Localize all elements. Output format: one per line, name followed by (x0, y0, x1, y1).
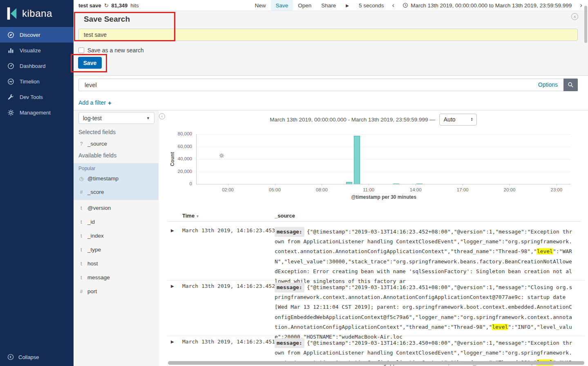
discover-icon (7, 31, 14, 38)
chevron-up-icon: ∧ (573, 15, 576, 19)
add-filter-link[interactable]: Add a filter (78, 99, 106, 106)
column-header-source: _source (275, 213, 295, 219)
vertical-scrollbar[interactable] (584, 6, 587, 43)
query-options-link[interactable]: Options (538, 81, 558, 88)
string-field-icon: t (78, 261, 84, 267)
available-fields-label: Available fields (78, 152, 116, 159)
x-tick-label: 23:00 (548, 187, 565, 192)
row-source: message:{"@timestamp":"2019-03-13T14:16:… (275, 227, 573, 286)
refresh-icon[interactable]: ↻ (104, 2, 109, 9)
field-item-score[interactable]: # _score (78, 189, 104, 195)
table-row: ▶ March 13th 2019, 14:16:23.453 message:… (168, 226, 584, 281)
index-pattern-select[interactable]: log-test ▼ (78, 112, 154, 124)
column-header-time[interactable]: Time▼ (182, 213, 199, 219)
timelion-icon (7, 78, 14, 85)
index-pattern-value: log-test (83, 115, 102, 121)
open-button[interactable]: Open (293, 0, 316, 11)
search-submit-button[interactable] (563, 79, 578, 91)
field-item-message[interactable]: t message (78, 274, 110, 281)
kibana-discover-page: kibana Discover Visualize Dashboard Time… (0, 0, 588, 366)
selected-fields-label: Selected fields (78, 129, 116, 135)
new-button[interactable]: New (250, 0, 271, 11)
collapse-left-icon (7, 354, 14, 360)
histogram-range-label: March 13th 2019, 00:00:00.000 - March 13… (270, 117, 435, 123)
horizontal-scrollbar[interactable] (168, 361, 584, 365)
source-field-icon: ? (78, 141, 84, 147)
source-field-badge: message: (275, 227, 304, 237)
y-axis-line (196, 134, 197, 184)
sidebar-item-devtools[interactable]: Dev Tools (0, 89, 74, 105)
table-row: ▶ March 13th 2019, 14:16:23.452 message:… (168, 281, 584, 336)
refresh-interval-picker[interactable]: 5 seconds (354, 0, 389, 11)
panel-collapse-button[interactable]: ∧ (571, 13, 578, 20)
sidebar-item-visualize[interactable]: Visualize (0, 43, 74, 58)
share-button[interactable]: Share (316, 0, 341, 11)
sidebar-item-label: Visualize (20, 47, 41, 54)
fields-panel: log-test ▼ Selected fields ? _source Ava… (74, 110, 159, 366)
popular-fields-section: Popular ◷ @timestamp # _score (74, 163, 159, 200)
refresh-play-button[interactable]: ▶ (341, 0, 354, 11)
expand-row-icon[interactable]: ▶ (171, 284, 174, 288)
sidebar-item-timelion[interactable]: Timelion (0, 74, 74, 89)
sort-caret-icon: ▼ (196, 214, 199, 218)
number-field-icon: # (78, 289, 84, 294)
popular-label: Popular (78, 166, 95, 171)
field-item-source[interactable]: ? _source (78, 141, 107, 147)
expand-row-icon[interactable]: ▶ (171, 339, 174, 344)
expand-row-icon[interactable]: ▶ (171, 228, 174, 233)
sidebar-collapse-button[interactable]: Collapse (0, 348, 74, 366)
row-time: March 13th 2019, 14:16:23.452 (182, 283, 275, 289)
search-name-input[interactable] (78, 29, 578, 41)
time-back-button[interactable]: ‹ (389, 0, 398, 11)
topbar: test save ↻ 81,349 hits New Save Open Sh… (74, 0, 588, 11)
y-tick-label: 20,000 (167, 169, 192, 174)
field-item-port[interactable]: # port (78, 288, 97, 294)
y-axis-title: Count (170, 151, 175, 167)
histogram-header: March 13th 2019, 00:00:00.000 - March 13… (159, 113, 588, 126)
string-field-icon: t (78, 205, 84, 211)
field-item-timestamp[interactable]: ◷ @timestamp (78, 175, 118, 182)
topbar-title-area: test save ↻ 81,349 hits (74, 2, 139, 9)
save-menu-button[interactable]: Save (271, 0, 293, 11)
field-item-id[interactable]: t _id (78, 219, 95, 225)
number-field-icon: # (78, 189, 84, 195)
y-tick-label: 60,000 (167, 144, 192, 149)
sidebar-item-label: Dev Tools (20, 94, 43, 100)
field-item-index[interactable]: t _index (78, 233, 104, 239)
x-axis-line (196, 184, 571, 184)
interval-select[interactable]: Auto ▲▼ (439, 114, 477, 126)
select-carets-icon: ▲▼ (471, 117, 473, 121)
table-header-divider (168, 221, 581, 222)
search-icon (568, 82, 574, 88)
search-query-input[interactable] (78, 79, 578, 91)
x-tick-label: 20:00 (501, 187, 518, 192)
save-as-new-checkbox[interactable] (78, 47, 84, 53)
y-gridline (197, 134, 571, 135)
hits-label: hits (130, 2, 139, 9)
saved-search-title: test save (78, 2, 101, 9)
field-item-version[interactable]: t @version (78, 205, 111, 211)
source-json: {"@timestamp":"2019-03-13T14:16:23.452+0… (275, 229, 572, 284)
save-button[interactable]: Save (78, 57, 102, 69)
sidebar-item-management[interactable]: Management (0, 105, 74, 120)
field-settings-gear-icon[interactable] (219, 153, 224, 158)
source-json: {"@timestamp":"2019-03-13T14:16:23.451+0… (275, 284, 572, 340)
row-time: March 13th 2019, 14:16:23.451 (182, 339, 275, 345)
x-tick-label: 08:00 (313, 187, 330, 192)
string-field-icon: t (78, 233, 84, 239)
sidebar-item-discover[interactable]: Discover (0, 27, 74, 43)
x-tick-label: 05:00 (267, 187, 283, 192)
sidebar-item-label: Timelion (20, 79, 40, 85)
hits-count: 81,349 (112, 2, 128, 9)
y-tick-label: 0 (167, 181, 192, 186)
time-range-picker[interactable]: March 13th 2019, 00:00:00.000 to March 1… (398, 0, 577, 11)
y-gridline (197, 159, 571, 159)
histogram-bar[interactable] (354, 136, 360, 184)
sidebar-item-dashboard[interactable]: Dashboard (0, 58, 74, 74)
field-item-type[interactable]: t _type (78, 247, 101, 253)
kibana-logo[interactable]: kibana (0, 0, 74, 27)
field-item-host[interactable]: t host (78, 260, 98, 267)
x-tick-label: 11:00 (360, 187, 377, 192)
sidebar-item-label: Dashboard (20, 63, 46, 69)
visualize-icon (7, 47, 14, 54)
